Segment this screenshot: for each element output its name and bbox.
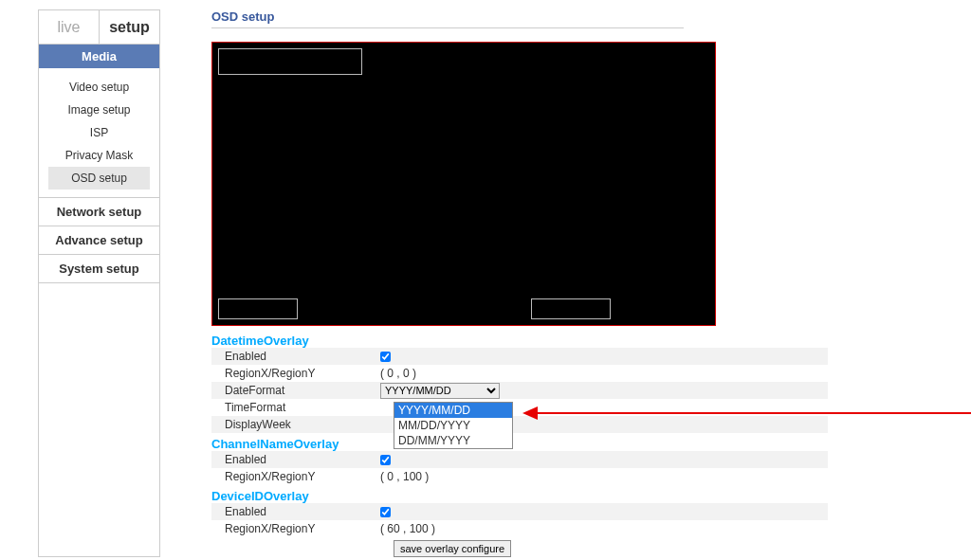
sidebar-section-media[interactable]: Media bbox=[39, 45, 159, 68]
value-di-region: ( 60 , 100 ) bbox=[380, 522, 435, 535]
label-di-region: RegionX/RegionY bbox=[211, 522, 380, 535]
sidebar-section-advance[interactable]: Advance setup bbox=[39, 226, 159, 255]
value-cn-region: ( 0 , 100 ) bbox=[380, 470, 429, 483]
label-dt-timeformat: TimeFormat bbox=[211, 401, 380, 414]
checkbox-dt-enabled[interactable] bbox=[380, 352, 391, 362]
page-title: OSD setup bbox=[211, 9, 684, 28]
group-deviceid-overlay: DeviceIDOverlay bbox=[211, 489, 828, 503]
option-mmddyyyy[interactable]: MM/DD/YYYY bbox=[394, 418, 512, 433]
dropdown-dateformat-options[interactable]: YYYY/MM/DD MM/DD/YYYY DD/MM/YYYY bbox=[394, 402, 513, 449]
osd-region-channelname[interactable] bbox=[218, 298, 298, 319]
sidebar: live setup Media Video setup Image setup… bbox=[38, 9, 160, 557]
value-dt-region: ( 0 , 0 ) bbox=[380, 367, 416, 380]
checkbox-cn-enabled[interactable] bbox=[380, 455, 391, 465]
tab-setup[interactable]: setup bbox=[100, 10, 159, 44]
sidebar-item-privacy-mask[interactable]: Privacy Mask bbox=[39, 144, 159, 167]
sidebar-section-network[interactable]: Network setup bbox=[39, 198, 159, 226]
group-channelname-overlay: ChannelNameOverlay bbox=[211, 437, 828, 451]
label-cn-enabled: Enabled bbox=[211, 453, 380, 466]
select-dt-dateformat[interactable]: YYYY/MM/DD bbox=[380, 383, 500, 399]
sidebar-media-items: Video setup Image setup ISP Privacy Mask… bbox=[39, 68, 159, 198]
label-dt-displayweek: DisplayWeek bbox=[211, 418, 380, 431]
option-ddmmyyyy[interactable]: DD/MM/YYYY bbox=[394, 433, 512, 448]
settings-panel: DatetimeOverlay Enabled RegionX/RegionY … bbox=[211, 334, 828, 557]
osd-region-datetime[interactable] bbox=[218, 48, 362, 75]
save-button[interactable]: save overlay configure bbox=[394, 540, 511, 557]
osd-region-deviceid[interactable] bbox=[531, 298, 611, 319]
sidebar-item-isp[interactable]: ISP bbox=[39, 121, 159, 144]
label-di-enabled: Enabled bbox=[211, 505, 380, 518]
tab-live[interactable]: live bbox=[39, 10, 100, 44]
tabbar: live setup bbox=[39, 10, 159, 45]
label-dt-dateformat: DateFormat bbox=[211, 384, 380, 397]
sidebar-section-system[interactable]: System setup bbox=[39, 255, 159, 283]
sidebar-item-image-setup[interactable]: Image setup bbox=[39, 99, 159, 121]
option-yyyymmdd[interactable]: YYYY/MM/DD bbox=[394, 403, 512, 418]
label-dt-enabled: Enabled bbox=[211, 350, 380, 363]
group-datetime-overlay: DatetimeOverlay bbox=[211, 334, 828, 348]
sidebar-item-osd-setup[interactable]: OSD setup bbox=[48, 167, 150, 190]
label-dt-region: RegionX/RegionY bbox=[211, 367, 380, 380]
video-preview[interactable] bbox=[211, 42, 716, 326]
sidebar-item-video-setup[interactable]: Video setup bbox=[39, 76, 159, 99]
checkbox-di-enabled[interactable] bbox=[380, 507, 391, 517]
main-content: OSD setup DatetimeOverlay Enabled Region… bbox=[211, 9, 971, 557]
label-cn-region: RegionX/RegionY bbox=[211, 470, 380, 483]
